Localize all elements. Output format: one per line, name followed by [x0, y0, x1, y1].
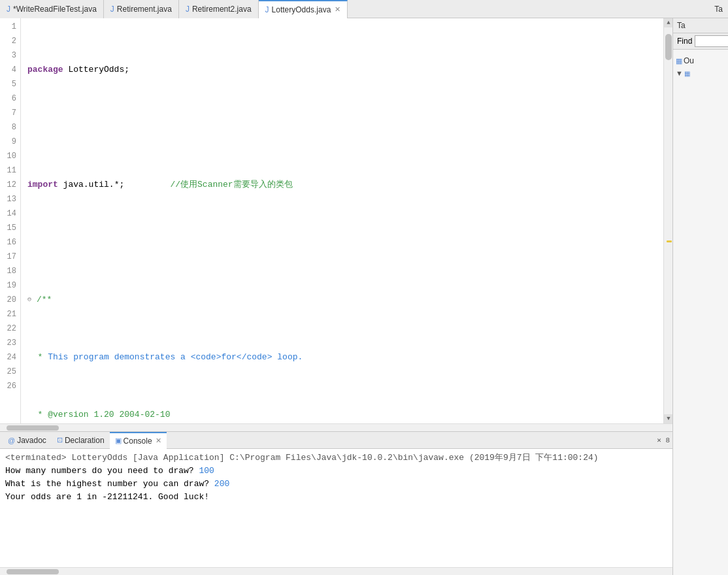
tab-lotteryodds[interactable]: J LotteryOdds.java ✕ [259, 0, 348, 18]
code-content[interactable]: package LotteryOdds; import java.util.*;… [21, 18, 663, 423]
tab-retirement2[interactable]: J Retirement2.java [179, 0, 259, 18]
tab-console[interactable]: ▣ Console ✕ [110, 432, 167, 449]
right-panel: Ta Find ▦ Ou ▼ ▦ [672, 18, 728, 575]
console-hscroll[interactable] [0, 567, 672, 575]
code-line-7: * @version 1.20 2004-02-10 [27, 408, 663, 422]
java-file-icon: J [7, 5, 10, 14]
console-line-3: Your odds are 1 in -21211241. Good luck! [5, 491, 667, 504]
editor-hscroll[interactable] [0, 423, 672, 431]
close-console-button[interactable]: ✕ [156, 436, 161, 445]
close-tab-button[interactable]: ✕ [335, 5, 340, 14]
main-layout: 1 2 3 4 5 6 7 8 9 10 11 12 13 14 15 16 1… [0, 18, 728, 575]
console-hscroll-thumb[interactable] [7, 569, 59, 574]
outline-item-icon: ▦ [684, 70, 690, 77]
console-line-2: What is the highest number you can draw?… [5, 478, 667, 491]
code-line-5: ⊖/** [27, 293, 663, 307]
find-bar: Find [673, 33, 728, 50]
outline-expand-icon[interactable]: ▼ [676, 69, 683, 77]
declaration-icon: ⊡ [57, 436, 63, 444]
tab-overflow[interactable]: Ta [709, 5, 728, 14]
right-panel-header: Ta [673, 18, 728, 33]
java-file-icon-4: J [265, 5, 269, 14]
code-line-3: import java.util.*; //使用Scanner需要导入的类包 [27, 178, 663, 192]
code-editor[interactable]: 1 2 3 4 5 6 7 8 9 10 11 12 13 14 15 16 1… [0, 18, 672, 423]
console-icon: ▣ [115, 436, 122, 445]
tab-bar: J *WriteReadFileTest.java J Retirement.j… [0, 0, 728, 18]
scroll-thumb[interactable] [665, 34, 672, 60]
console-line-1: How many numbers do you need to draw? 10… [5, 465, 667, 478]
scroll-down-button[interactable]: ▼ [664, 414, 672, 423]
outline-section: ▦ Ou ▼ ▦ [673, 52, 728, 80]
tab-writreadfiletest[interactable]: J *WriteReadFileTest.java [0, 0, 104, 18]
scroll-marker [667, 240, 672, 242]
fold-icon-5[interactable]: ⊖ [27, 293, 35, 307]
code-line-2 [27, 120, 663, 135]
hscroll-thumb[interactable] [7, 425, 59, 431]
javadoc-icon: @ [8, 436, 15, 444]
scroll-up-button[interactable]: ▲ [664, 18, 672, 27]
code-line-4 [27, 235, 663, 250]
java-file-icon-2: J [110, 5, 114, 14]
vertical-scrollbar[interactable]: ▲ ▼ [663, 18, 672, 423]
bottom-toolbar-right: ✕ 8 [657, 436, 672, 444]
java-file-icon-3: J [186, 5, 190, 14]
tab-declaration[interactable]: ⊡ Declaration [52, 432, 110, 449]
code-line-1: package LotteryOdds; [27, 63, 663, 77]
console-terminated-line: <terminated> LotteryOdds [Java Applicati… [5, 452, 667, 465]
console-content: <terminated> LotteryOdds [Java Applicati… [0, 449, 672, 567]
tab-retirement[interactable]: J Retirement.java [104, 0, 179, 18]
code-line-6: * This program demonstrates a <code>for<… [27, 350, 663, 365]
bottom-tab-bar: @ Javadoc ⊡ Declaration ▣ Console ✕ ✕ 8 [0, 432, 672, 449]
find-input[interactable] [695, 35, 728, 47]
outline-icon: ▦ [676, 57, 682, 65]
bottom-panel: @ Javadoc ⊡ Declaration ▣ Console ✕ ✕ 8 [0, 431, 672, 575]
line-numbers: 1 2 3 4 5 6 7 8 9 10 11 12 13 14 15 16 1… [0, 18, 21, 423]
tab-javadoc[interactable]: @ Javadoc [3, 432, 52, 449]
editor-area: 1 2 3 4 5 6 7 8 9 10 11 12 13 14 15 16 1… [0, 18, 672, 575]
